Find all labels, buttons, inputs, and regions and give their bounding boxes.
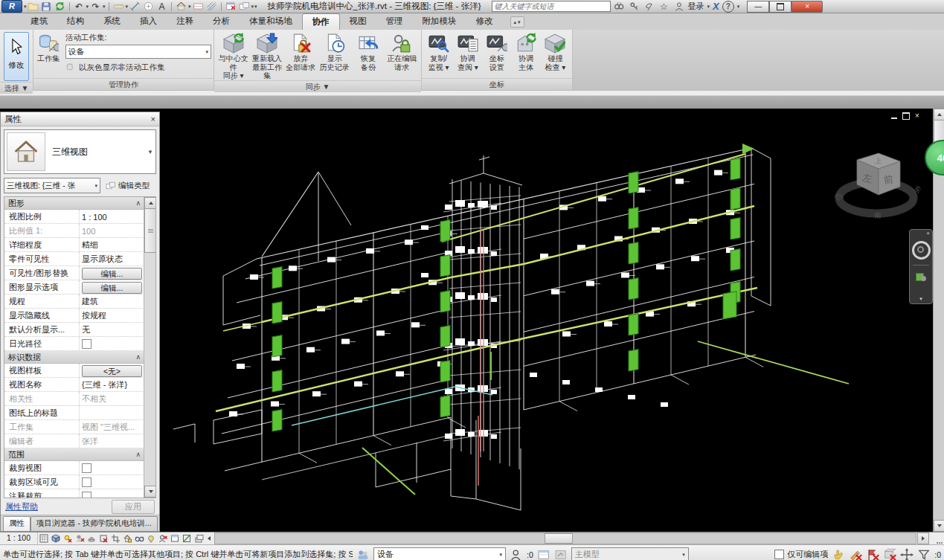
coordination-review-button[interactable]: 协调 查阅 ▾ <box>453 31 482 71</box>
show-history-button[interactable]: 显示 历史记录 <box>318 31 351 71</box>
type-selector[interactable]: 三维视图 ▼ <box>4 129 156 174</box>
ribbon-collapse-button[interactable]: ▴▾ <box>510 16 524 28</box>
type-selector-caret-icon[interactable]: ▼ <box>145 130 155 173</box>
apply-button[interactable]: 应用 <box>112 500 155 514</box>
tab-分析[interactable]: 分析 <box>203 13 240 30</box>
temporary-hide-isolate-icon[interactable] <box>133 533 145 544</box>
horizontal-scroll-thumb[interactable] <box>545 533 573 544</box>
temporary-view-properties-icon[interactable] <box>169 533 181 544</box>
property-value[interactable] <box>79 489 144 498</box>
crop-region-icon[interactable] <box>109 533 121 544</box>
grid-scroll-down[interactable] <box>144 486 156 498</box>
tab-管理[interactable]: 管理 <box>376 13 413 30</box>
property-value[interactable]: 100 <box>79 224 144 237</box>
view-scale-button[interactable]: 1 : 100 <box>0 532 38 544</box>
properties-close-icon[interactable]: × <box>151 115 155 123</box>
property-value[interactable] <box>79 461 144 474</box>
copy-monitor-button[interactable]: 复制/ 监视 ▾ <box>424 31 453 71</box>
reload-latest-button[interactable]: 重新载入 最新工作集 <box>250 31 283 80</box>
select-panel-label[interactable]: 选择 ▼ <box>0 82 33 94</box>
measure-caret-icon[interactable]: ▾ <box>126 4 129 10</box>
view-caret-icon[interactable]: ▾ <box>188 4 191 10</box>
tab-插入[interactable]: 插入 <box>130 13 167 30</box>
properties-help-link[interactable]: 属性帮助 <box>5 501 38 512</box>
drawing-area[interactable]: × 南 西 东 上 左 前 × ▾ 属性 × <box>0 109 944 532</box>
tab-附加模块[interactable]: 附加模块 <box>413 13 466 30</box>
signin-caret-icon[interactable]: ▾ <box>707 4 710 10</box>
property-edit-button[interactable]: 编辑... <box>82 282 142 294</box>
favorites-icon[interactable]: ☆ <box>658 1 670 12</box>
view-bar-collapse-icon[interactable] <box>205 536 213 541</box>
exclude-links-icon[interactable] <box>866 548 879 560</box>
exclude-options-icon[interactable] <box>849 548 862 560</box>
sync-central-icon[interactable] <box>54 1 66 12</box>
steering-wheel-icon[interactable] <box>912 241 931 260</box>
property-value[interactable] <box>79 475 144 489</box>
zoom-icon[interactable] <box>916 271 926 281</box>
editing-requests-status-icon[interactable] <box>510 548 523 560</box>
property-value[interactable]: 编辑... <box>79 280 144 294</box>
modify-button[interactable]: 修改 <box>4 32 29 81</box>
search-icon[interactable] <box>614 1 626 12</box>
synchronize-panel-label[interactable]: 同步 ▼ <box>214 80 421 92</box>
lock-3d-view-icon[interactable] <box>121 533 133 544</box>
select-underlay-icon[interactable] <box>900 548 914 560</box>
visual-style-icon[interactable] <box>50 533 62 544</box>
property-checkbox[interactable] <box>82 492 91 498</box>
property-checkbox[interactable] <box>82 463 91 473</box>
close-hidden-windows-icon[interactable] <box>225 1 237 12</box>
sync-with-central-button[interactable]: 与中心文件 同步 ▾ <box>216 31 250 80</box>
view-close-icon[interactable]: × <box>915 112 919 120</box>
open-icon[interactable] <box>27 1 39 12</box>
property-checkbox[interactable] <box>82 477 91 487</box>
signin-person-icon[interactable] <box>673 1 685 12</box>
tab-注释[interactable]: 注释 <box>167 13 203 30</box>
navigation-bar[interactable]: × ▾ <box>909 229 933 304</box>
grid-scroll-up[interactable] <box>144 197 156 209</box>
editable-only-checkbox[interactable] <box>774 550 784 559</box>
coordination-host-button[interactable]: 协调 主体 <box>512 31 541 71</box>
help-icon[interactable]: ? <box>722 1 734 13</box>
switch-windows-caret-icon[interactable]: ▾ <box>251 4 254 10</box>
property-checkbox[interactable] <box>82 339 91 349</box>
property-value[interactable]: 显示原状态 <box>79 252 144 265</box>
tab-体量和场地[interactable]: 体量和场地 <box>240 13 302 30</box>
signin-label[interactable]: 登录 <box>688 1 704 12</box>
redo-icon[interactable]: ↷ <box>89 1 102 12</box>
property-value[interactable] <box>79 337 144 350</box>
section-graphics[interactable]: 图形∧ <box>4 197 144 210</box>
detail-level-icon[interactable] <box>38 533 50 544</box>
edit-type-button[interactable]: 编辑类型 <box>103 179 152 193</box>
scroll-up-button[interactable] <box>934 109 944 120</box>
property-value[interactable]: {三维 - 张洋} <box>79 378 144 391</box>
relinquish-all-button[interactable]: 放弃 全部请求 <box>284 31 318 71</box>
undo-caret-icon[interactable]: ▾ <box>86 4 89 10</box>
press-drag-icon[interactable] <box>832 548 845 560</box>
text-tool-icon[interactable]: A <box>155 1 168 12</box>
customize-qat-caret-icon[interactable]: ▾ <box>254 4 257 10</box>
close-button[interactable]: × <box>792 1 823 13</box>
tab-修改[interactable]: 修改 <box>466 13 503 30</box>
section-extents[interactable]: 范围∧ <box>4 448 144 461</box>
shadows-icon[interactable] <box>74 533 86 544</box>
view-cube[interactable]: 南 西 东 上 左 前 <box>832 147 921 233</box>
exclude-pinned-icon[interactable] <box>883 548 896 560</box>
property-edit-button[interactable]: <无> <box>82 365 142 377</box>
section-identity[interactable]: 标识数据∧ <box>4 351 144 364</box>
analytical-model-icon[interactable] <box>181 533 193 544</box>
tab-系统[interactable]: 系统 <box>94 13 130 30</box>
gray-inactive-worksets-button[interactable]: 以灰色显示非活动工作集 <box>65 62 211 73</box>
coordinate-settings-button[interactable]: 坐标 设置 <box>482 31 511 71</box>
app-menu-button[interactable]: R <box>1 0 22 13</box>
aligned-dimension-icon[interactable] <box>129 1 141 12</box>
worksharing-display-icon[interactable] <box>157 533 169 544</box>
section-icon[interactable] <box>192 1 205 12</box>
measure-icon[interactable] <box>112 1 125 12</box>
editing-requests-button[interactable]: 正在编辑 请求 <box>385 31 419 71</box>
property-value[interactable] <box>79 406 144 419</box>
horizontal-scrollbar[interactable] <box>214 532 916 544</box>
search-input[interactable] <box>492 1 611 12</box>
property-value[interactable]: <无> <box>79 364 144 377</box>
subscription-icon[interactable] <box>629 1 640 12</box>
switch-windows-icon[interactable] <box>238 1 251 12</box>
